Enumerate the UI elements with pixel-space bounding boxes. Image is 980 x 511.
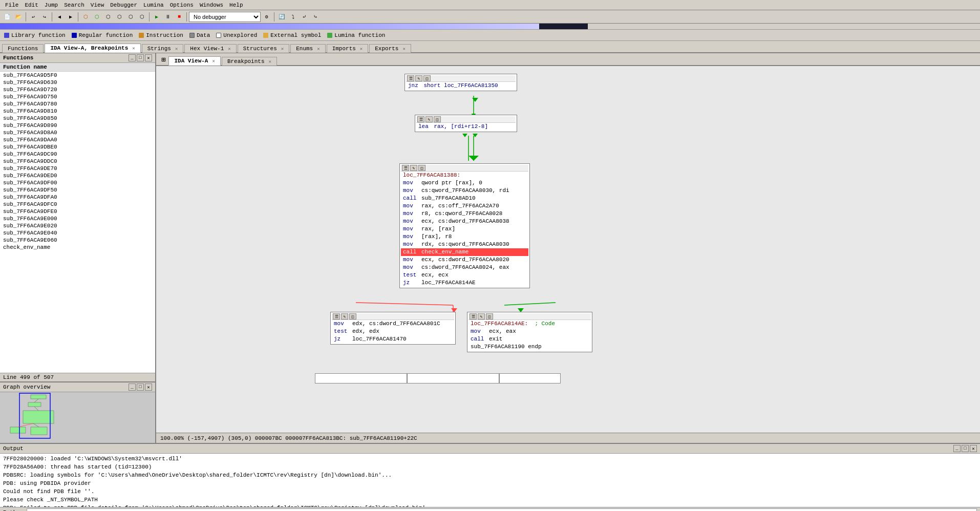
menu-help[interactable]: Help (226, 2, 246, 9)
tab-structures-close[interactable]: ✕ (281, 46, 284, 52)
toolbar-step-over[interactable]: ⤵ (288, 12, 298, 22)
func-item[interactable]: sub_7FF6ACA9D850 (0, 115, 155, 122)
asm-block-jnz[interactable]: ☰ ✎ ◫ jnz short loc_7FF6ACA81350 (404, 74, 517, 91)
output-panel-minimize[interactable]: _ (953, 445, 961, 452)
func-item[interactable]: sub_7FF6ACA9DAA0 (0, 136, 155, 143)
toolbar-refresh[interactable]: 🔄 (276, 12, 287, 22)
menu-view[interactable]: View (88, 2, 107, 9)
toolbar-btn3[interactable]: ⬡ (103, 12, 113, 22)
menu-options[interactable]: Options (167, 2, 197, 9)
python-input[interactable] (27, 508, 977, 512)
asm-icon-list-2[interactable]: ☰ (417, 116, 424, 122)
menu-windows[interactable]: Windows (197, 2, 226, 9)
tab-strings-close[interactable]: ✕ (175, 46, 178, 52)
func-item[interactable]: sub_7FF6ACA9DFE0 (0, 208, 155, 215)
func-item[interactable]: sub_7FF6ACA9E000 (0, 215, 155, 222)
functions-panel-float[interactable]: □ (137, 54, 144, 61)
menu-search[interactable]: Search (61, 2, 88, 9)
func-item[interactable]: sub_7FF6ACA9E060 (0, 237, 155, 244)
graph-overview-minimize[interactable]: _ (129, 384, 136, 391)
toolbar-new[interactable]: 📄 (2, 12, 12, 22)
functions-panel-close[interactable]: ✕ (145, 54, 152, 61)
menu-edit[interactable]: Edit (22, 2, 41, 9)
func-item[interactable]: sub_7FF6ACA9D5F0 (0, 72, 155, 79)
tab-strings[interactable]: Strings ✕ (142, 44, 184, 53)
function-list[interactable]: sub_7FF6ACA9D5F0 sub_7FF6ACA9D630 sub_7F… (0, 72, 155, 373)
asm-icon-edit-5[interactable]: ✎ (478, 313, 485, 320)
toolbar-btn4[interactable]: ⬡ (114, 12, 124, 22)
asm-block-bottom-center[interactable] (407, 373, 499, 384)
func-item[interactable]: sub_7FF6ACA9DF00 (0, 179, 155, 186)
func-item[interactable]: sub_7FF6ACA9DE70 (0, 165, 155, 172)
asm-icon-list-3[interactable]: ☰ (402, 165, 409, 171)
tab-breakpoints[interactable]: Breakpoints ✕ (222, 57, 277, 66)
output-content[interactable]: 7FFD28020000: loaded 'C:\WINDOWS\System3… (0, 454, 980, 507)
func-item[interactable]: sub_7FF6ACA9D750 (0, 93, 155, 100)
tab-structures[interactable]: Structures ✕ (238, 44, 289, 53)
disasm-canvas[interactable]: ☰ ✎ ◫ jnz short loc_7FF6ACA81350 (156, 66, 980, 433)
graph-canvas[interactable] (0, 392, 155, 443)
tab-functions[interactable]: Functions (2, 44, 44, 53)
menu-debugger[interactable]: Debugger (107, 2, 140, 9)
tab-breakpoints-close[interactable]: ✕ (269, 59, 271, 65)
asm-icon-view-2[interactable]: ◫ (434, 116, 441, 122)
graph-overview-close[interactable]: ✕ (145, 384, 152, 391)
menu-file[interactable]: File (2, 2, 22, 9)
asm-block-right-branch[interactable]: ☰ ✎ ◫ loc_7FF6ACA814AE: ; Code movecx, e… (467, 312, 592, 352)
tab-ida-view-a[interactable]: IDA View-A ✕ (168, 56, 220, 66)
toolbar-btn1[interactable]: ⬡ (80, 12, 91, 22)
asm-icon-list-5[interactable]: ☰ (470, 313, 477, 320)
tab-hex-view[interactable]: Hex View-1 ✕ (184, 44, 236, 53)
asm-icon-edit-3[interactable]: ✎ (410, 165, 417, 171)
toolbar-btn5[interactable]: ⬡ (125, 12, 136, 22)
func-item[interactable]: sub_7FF6ACA9D8A0 (0, 129, 155, 136)
asm-block-bottom-right[interactable] (499, 373, 561, 384)
output-panel-float[interactable]: □ (962, 445, 969, 452)
toolbar-run[interactable]: ▶ (152, 12, 162, 22)
func-item[interactable]: sub_7FF6ACA9DFC0 (0, 201, 155, 208)
func-item[interactable]: sub_7FF6ACA9D630 (0, 79, 155, 86)
output-panel-close[interactable]: ✕ (970, 445, 977, 452)
toolbar-undo[interactable]: ↩ (28, 12, 38, 22)
tab-ida-breakpoints-close[interactable]: ✕ (132, 46, 135, 51)
tab-enums[interactable]: Enums ✕ (290, 44, 325, 53)
menu-lumina[interactable]: Lumina (140, 2, 167, 9)
tab-hex-view-close[interactable]: ✕ (228, 46, 230, 52)
tab-ida-view-a-close[interactable]: ✕ (212, 58, 215, 64)
func-item[interactable]: sub_7FF6ACA9D810 (0, 108, 155, 115)
func-item[interactable]: sub_7FF6ACA9DC90 (0, 151, 155, 158)
func-item[interactable]: sub_7FF6ACA9DDC0 (0, 158, 155, 165)
asm-icon-view-4[interactable]: ◫ (349, 313, 356, 320)
functions-panel-minimize[interactable]: _ (129, 54, 136, 61)
tab-imports[interactable]: Imports ✕ (327, 44, 369, 53)
func-item[interactable]: sub_7FF6ACA9E040 (0, 229, 155, 237)
asm-block-left-branch[interactable]: ☰ ✎ ◫ movedx, cs:dword_7FF6ACAA801C test… (330, 312, 456, 345)
asm-icon-edit-4[interactable]: ✎ (341, 313, 348, 320)
toolbar-step-into[interactable]: ⤶ (299, 12, 309, 22)
toolbar-btn6[interactable]: ⬡ (137, 12, 147, 22)
func-item[interactable]: sub_7FF6ACA9D720 (0, 86, 155, 93)
func-item[interactable]: sub_7FF6ACA9DED0 (0, 172, 155, 179)
tab-exports[interactable]: Exports ✕ (369, 44, 411, 53)
asm-icon-edit-2[interactable]: ✎ (425, 116, 433, 122)
asm-block-lea[interactable]: ☰ ✎ ◫ lea rax, [rdi+r12-8] (415, 115, 517, 132)
tab-enums-close[interactable]: ✕ (317, 46, 319, 52)
asm-block-main[interactable]: ☰ ✎ ◫ loc_7FF6ACA81388: movqword ptr [ra… (399, 163, 530, 288)
tab-ida-breakpoints[interactable]: IDA View-A, Breakpoints ✕ (45, 44, 140, 53)
tab-exports-close[interactable]: ✕ (402, 46, 405, 52)
toolbar-settings[interactable]: ⚙ (262, 12, 272, 22)
tab-imports-close[interactable]: ✕ (360, 46, 363, 52)
toolbar-step-out[interactable]: ⤷ (310, 12, 321, 22)
menu-jump[interactable]: Jump (41, 2, 61, 9)
asm-icon-list[interactable]: ☰ (407, 75, 414, 81)
asm-line-call-highlighted[interactable]: callcheck_env_name (401, 248, 528, 256)
toolbar-btn2[interactable]: ⬡ (92, 12, 102, 22)
func-item-check-env[interactable]: check_env_name (0, 244, 155, 251)
graph-overview-float[interactable]: □ (137, 384, 144, 391)
ida-view-nav-icon[interactable]: ⊞ (158, 54, 168, 65)
debugger-select[interactable]: No debugger Local Windows debugger Remot… (189, 12, 261, 22)
toolbar-nav-fwd[interactable]: ▶ (66, 12, 76, 22)
asm-icon-edit[interactable]: ✎ (415, 75, 422, 81)
asm-block-bottom-left[interactable] (315, 373, 407, 384)
func-item[interactable]: sub_7FF6ACA9DF50 (0, 186, 155, 194)
